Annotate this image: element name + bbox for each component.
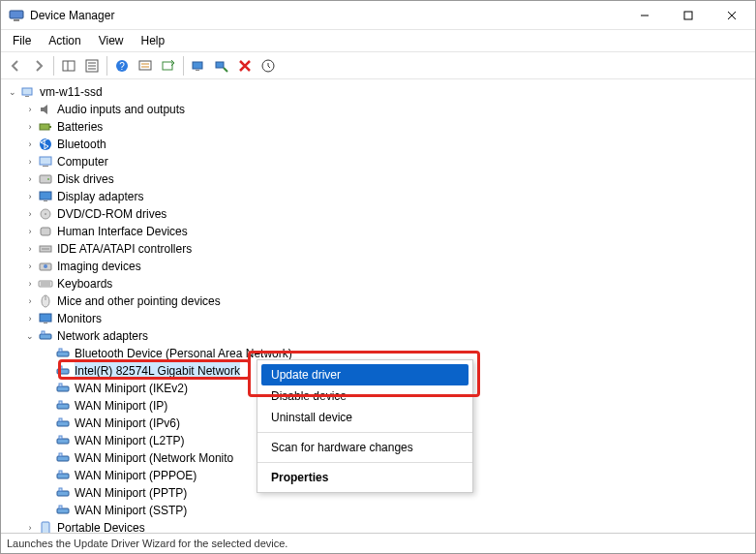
tree-category-node[interactable]: › IDE ATA/ATAPI controllers bbox=[7, 240, 755, 258]
maximize-button[interactable] bbox=[666, 2, 710, 29]
tree-node-label: WAN Miniport (PPPOE) bbox=[75, 467, 197, 484]
expander-icon[interactable]: ⌄ bbox=[24, 330, 36, 342]
context-menu-item[interactable]: Properties bbox=[257, 467, 472, 488]
portable-icon bbox=[38, 520, 53, 534]
tree-category-node[interactable]: › Bluetooth bbox=[7, 136, 755, 153]
tree-category-node[interactable]: › Imaging devices bbox=[7, 258, 755, 275]
menu-file[interactable]: File bbox=[5, 32, 39, 49]
properties-button[interactable] bbox=[81, 55, 103, 77]
menu-view[interactable]: View bbox=[91, 32, 132, 49]
svg-rect-20 bbox=[22, 88, 32, 95]
menu-help[interactable]: Help bbox=[134, 32, 173, 49]
svg-rect-0 bbox=[10, 11, 23, 18]
expander-icon[interactable]: › bbox=[24, 156, 36, 168]
expander-icon[interactable]: › bbox=[24, 261, 36, 272]
context-menu-item[interactable]: Scan for hardware changes bbox=[257, 437, 472, 458]
menu-action[interactable]: Action bbox=[41, 32, 88, 49]
svg-rect-25 bbox=[40, 157, 51, 165]
menubar: File Action View Help bbox=[1, 30, 755, 52]
expander-icon[interactable]: › bbox=[24, 191, 36, 202]
context-menu: Update driverDisable deviceUninstall dev… bbox=[257, 359, 473, 493]
svg-text:?: ? bbox=[119, 61, 125, 72]
network-adapter-icon bbox=[55, 363, 71, 379]
expander-icon[interactable]: › bbox=[24, 243, 36, 255]
back-button[interactable] bbox=[5, 55, 26, 77]
expander-icon[interactable]: › bbox=[24, 278, 36, 290]
tree-category-node[interactable]: › Human Interface Devices bbox=[7, 223, 755, 240]
tree-node-label: Audio inputs and outputs bbox=[57, 101, 185, 118]
tree-node-label: Batteries bbox=[57, 118, 103, 136]
tree-node-label: Portable Devices bbox=[57, 519, 145, 534]
update-driver-button[interactable] bbox=[158, 55, 179, 77]
expander-icon[interactable]: › bbox=[24, 173, 36, 185]
expander-icon[interactable]: › bbox=[24, 121, 36, 133]
tree-category-node[interactable]: › Portable Devices bbox=[7, 519, 755, 534]
svg-rect-57 bbox=[57, 439, 69, 444]
scan-hardware-button[interactable] bbox=[135, 55, 156, 77]
context-menu-item[interactable]: Update driver bbox=[261, 364, 469, 385]
svg-rect-6 bbox=[63, 61, 75, 71]
device-tree[interactable]: ⌄ vm-w11-ssd › Audio inputs and outputs … bbox=[1, 79, 755, 534]
tree-category-node[interactable]: › Disk drives bbox=[7, 170, 755, 188]
svg-rect-47 bbox=[57, 352, 69, 356]
expander-icon[interactable]: › bbox=[24, 522, 36, 534]
uninstall-device-button[interactable] bbox=[234, 55, 256, 77]
app-icon bbox=[9, 8, 24, 23]
svg-rect-22 bbox=[40, 124, 49, 130]
context-menu-item[interactable]: Uninstall device bbox=[257, 407, 472, 428]
audio-icon bbox=[38, 102, 53, 117]
minimize-button[interactable] bbox=[622, 2, 666, 29]
tree-category-node[interactable]: › Computer bbox=[7, 153, 755, 170]
svg-rect-60 bbox=[59, 453, 62, 456]
tree-category-node[interactable]: › Monitors bbox=[7, 310, 755, 327]
tree-node-label: WAN Miniport (IP) bbox=[75, 397, 167, 415]
tree-category-node[interactable]: › Display adapters bbox=[7, 188, 755, 205]
tree-category-node[interactable]: › Keyboards bbox=[7, 275, 755, 292]
tree-device-node[interactable]: WAN Miniport (SSTP) bbox=[7, 502, 755, 519]
svg-rect-3 bbox=[684, 12, 692, 19]
svg-rect-16 bbox=[193, 62, 202, 69]
tree-node-label: vm-w11-ssd bbox=[40, 83, 103, 101]
tree-node-label: Computer bbox=[57, 153, 108, 170]
svg-rect-14 bbox=[139, 61, 151, 70]
show-hide-console-button[interactable] bbox=[58, 55, 79, 77]
tree-node-label: WAN Miniport (IKEv2) bbox=[75, 380, 188, 397]
context-menu-item[interactable]: Disable device bbox=[257, 385, 472, 407]
battery-icon bbox=[38, 119, 53, 135]
tree-category-node[interactable]: › Batteries bbox=[7, 118, 755, 136]
more-actions-button[interactable] bbox=[257, 55, 279, 77]
device-manager-window: Device Manager File Action View Help ? ⌄… bbox=[0, 0, 756, 554]
help-button[interactable]: ? bbox=[111, 55, 133, 77]
svg-rect-33 bbox=[41, 228, 50, 235]
network-adapter-icon bbox=[55, 503, 71, 518]
expander-icon[interactable]: › bbox=[24, 295, 36, 307]
tree-root-node[interactable]: ⌄ vm-w11-ssd bbox=[7, 83, 755, 101]
forward-button[interactable] bbox=[28, 55, 49, 77]
context-menu-separator bbox=[257, 462, 472, 463]
titlebar: Device Manager bbox=[1, 1, 755, 30]
expander-icon[interactable]: › bbox=[24, 226, 36, 237]
network-adapter-icon bbox=[55, 450, 71, 466]
svg-rect-49 bbox=[57, 369, 69, 374]
close-button[interactable] bbox=[710, 2, 753, 29]
disable-device-button[interactable] bbox=[211, 55, 232, 77]
expander-icon[interactable]: › bbox=[24, 208, 36, 220]
expander-icon[interactable]: ⌄ bbox=[7, 86, 18, 98]
expander-icon[interactable]: › bbox=[24, 104, 36, 115]
tree-category-node[interactable]: › Mice and other pointing devices bbox=[7, 292, 755, 310]
enable-device-button[interactable] bbox=[188, 55, 209, 77]
monitor-icon bbox=[38, 311, 53, 326]
expander-icon[interactable]: › bbox=[24, 313, 36, 324]
toolbar-separator bbox=[183, 56, 184, 76]
tree-category-node[interactable]: › DVD/CD-ROM drives bbox=[7, 205, 755, 223]
svg-rect-45 bbox=[40, 334, 51, 339]
tree-node-label: Disk drives bbox=[57, 170, 114, 188]
svg-point-28 bbox=[47, 178, 49, 180]
tree-node-label: Mice and other pointing devices bbox=[57, 292, 221, 310]
network-adapter-icon bbox=[55, 468, 71, 483]
tree-category-node[interactable]: ⌄ Network adapters bbox=[7, 327, 755, 345]
tree-category-node[interactable]: › Audio inputs and outputs bbox=[7, 101, 755, 118]
tree-node-label: Monitors bbox=[57, 310, 102, 327]
expander-icon[interactable]: › bbox=[24, 138, 36, 150]
network-icon bbox=[38, 328, 53, 344]
